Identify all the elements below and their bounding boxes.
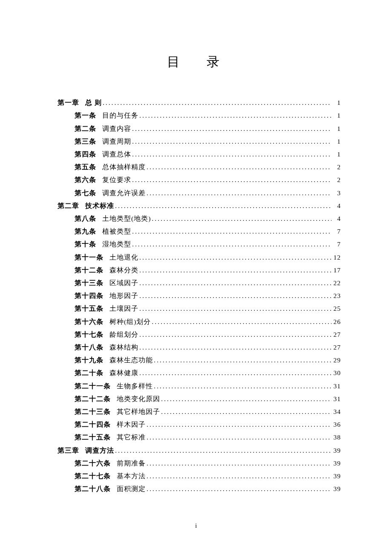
toc-article-row: 第十八条森林结构27 [58, 341, 341, 354]
chapter-title: 调查方法 [85, 444, 114, 457]
article-title: 森林结构 [110, 341, 138, 354]
dot-leader [147, 470, 331, 483]
toc-page-number: 27 [333, 328, 341, 341]
article-number: 第六条 [75, 173, 96, 186]
dot-leader [139, 367, 331, 379]
toc-title: 目 录 [58, 53, 341, 71]
document-page: 目 录 第一章总 则1第一条目的与任务1第二条调查内容1第三条调查周期1第四条调… [0, 0, 392, 555]
toc-page-number: 36 [333, 418, 341, 431]
article-title: 其它标准 [117, 431, 146, 444]
article-title: 森林分类 [110, 264, 138, 277]
article-number: 第二条 [75, 122, 96, 135]
toc-page-number: 27 [333, 341, 341, 354]
toc-page-number: 39 [333, 483, 341, 495]
article-title: 样木因子 [117, 418, 146, 431]
toc-article-row: 第二条调查内容1 [58, 122, 341, 135]
toc-page-number: 29 [333, 354, 341, 367]
toc-article-row: 第十四条地形因子23 [58, 289, 341, 302]
article-number: 第十一条 [75, 251, 104, 264]
toc-page-number: 34 [333, 405, 341, 418]
dot-leader [152, 212, 331, 225]
dot-leader [161, 405, 331, 418]
toc-article-row: 第七条调查允许误差3 [58, 187, 341, 199]
article-title: 树种(组)划分 [110, 315, 151, 328]
chapter-number: 第二章 [58, 199, 79, 212]
toc-page-number: 7 [333, 238, 341, 251]
article-number: 第十条 [75, 238, 96, 251]
toc-page-number: 1 [333, 96, 341, 109]
dot-leader [139, 277, 331, 289]
toc-page-number: 30 [333, 367, 341, 379]
dot-leader [103, 96, 331, 109]
dot-leader [115, 444, 331, 457]
dot-leader [147, 187, 331, 199]
dot-leader [132, 135, 331, 148]
dot-leader [147, 457, 331, 470]
article-title: 土地退化 [110, 251, 138, 264]
chapter-number: 第一章 [58, 96, 79, 109]
toc-article-row: 第二十三条其它样地因子34 [58, 405, 341, 418]
article-number: 第二十一条 [75, 380, 111, 393]
article-title: 植被类型 [102, 225, 131, 238]
article-number: 第十六条 [75, 315, 104, 328]
article-number: 第四条 [75, 148, 96, 161]
toc-article-row: 第一条目的与任务1 [58, 109, 341, 122]
dot-leader [147, 418, 331, 431]
article-number: 第二十七条 [75, 470, 111, 483]
dot-leader [147, 161, 331, 173]
article-title: 总体抽样精度 [102, 161, 146, 173]
article-number: 第二十八条 [75, 483, 111, 495]
toc-page-number: 31 [333, 380, 341, 393]
toc-article-row: 第十三条区域因子22 [58, 277, 341, 289]
article-title: 调查总体 [102, 148, 131, 161]
article-number: 第二十三条 [75, 405, 111, 418]
toc-article-row: 第五条总体抽样精度2 [58, 161, 341, 173]
article-number: 第十七条 [75, 328, 104, 341]
toc-page-number: 2 [333, 161, 341, 173]
toc-page-number: 39 [333, 457, 341, 470]
dot-leader [139, 289, 331, 302]
article-title: 土地类型(地类) [102, 212, 151, 225]
toc-page-number: 12 [333, 251, 341, 264]
toc-article-row: 第二十五条其它标准38 [58, 431, 341, 444]
toc-article-row: 第二十七条基本方法39 [58, 470, 341, 483]
article-title: 湿地类型 [102, 238, 131, 251]
article-number: 第九条 [75, 225, 96, 238]
toc-chapter-row: 第二章技术标准4 [58, 199, 341, 212]
article-number: 第二十条 [75, 367, 104, 379]
article-title: 其它样地因子 [117, 405, 160, 418]
article-number: 第十八条 [75, 341, 104, 354]
toc-page-number: 4 [333, 212, 341, 225]
toc-article-row: 第十二条森林分类17 [58, 264, 341, 277]
article-number: 第七条 [75, 187, 96, 199]
dot-leader [132, 173, 331, 186]
toc-article-row: 第六条复位要求2 [58, 173, 341, 186]
dot-leader [154, 354, 331, 367]
toc-page-number: 31 [333, 393, 341, 405]
toc-article-row: 第二十一条生物多样性31 [58, 380, 341, 393]
dot-leader [132, 225, 331, 238]
toc-page-number: 1 [333, 109, 341, 122]
article-title: 地形因子 [110, 289, 138, 302]
toc-page-number: 39 [333, 470, 341, 483]
toc-page-number: 38 [333, 431, 341, 444]
toc-article-row: 第九条植被类型7 [58, 225, 341, 238]
toc-article-row: 第十七条龄组划分27 [58, 328, 341, 341]
toc-page-number: 4 [333, 199, 341, 212]
toc-page-number: 25 [333, 302, 341, 315]
article-number: 第二十六条 [75, 457, 111, 470]
article-number: 第十二条 [75, 264, 104, 277]
dot-leader [139, 251, 331, 264]
chapter-number: 第三章 [58, 444, 79, 457]
article-title: 土壤因子 [110, 302, 138, 315]
article-title: 地类变化原因 [117, 393, 160, 405]
article-number: 第二十四条 [75, 418, 111, 431]
article-number: 第五条 [75, 161, 96, 173]
toc-article-row: 第三条调查周期1 [58, 135, 341, 148]
article-number: 第一条 [75, 109, 96, 122]
article-title: 区域因子 [110, 277, 138, 289]
dot-leader [154, 380, 331, 393]
toc-article-row: 第十六条树种(组)划分26 [58, 315, 341, 328]
toc-page-number: 2 [333, 173, 341, 186]
toc-page-number: 1 [333, 135, 341, 148]
